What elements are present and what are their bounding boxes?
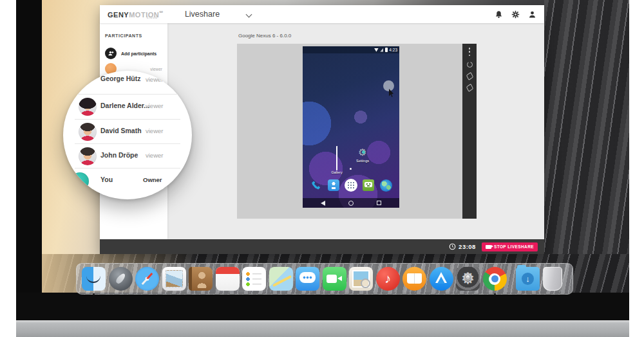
contacts-icon[interactable] (328, 179, 339, 191)
battery-icon (385, 48, 388, 52)
participant-role: Owner (143, 176, 162, 183)
participant-name: David Smath (100, 127, 142, 134)
notifications-bell-icon[interactable] (495, 10, 503, 19)
participant-name: You (100, 176, 113, 183)
participant-name: Darlene Alder... (100, 102, 149, 109)
monitor-bezel-bottom (16, 293, 629, 320)
running-indicator (494, 293, 496, 295)
genymotion-logo[interactable]: GENYMOTION∞ cloud (108, 9, 163, 19)
home-icon[interactable] (348, 201, 354, 206)
dock-calendar-icon[interactable] (216, 267, 240, 291)
avatar (79, 98, 97, 116)
running-indicator (93, 293, 95, 295)
stop-liveshare-label: STOP LIVESHARE (494, 244, 534, 249)
monitor-bezel-left (16, 0, 42, 320)
liveshare-bottom-bar: 23:08 STOP LIVESHARE (100, 239, 544, 254)
rotate-right-icon[interactable] (466, 84, 473, 92)
participants-header: PARTICIPANTS (105, 33, 142, 38)
wifi-icon (374, 48, 379, 52)
phone-icon[interactable] (310, 179, 322, 192)
home-page-indicator (350, 168, 352, 170)
gallery-app[interactable]: Gallery (328, 147, 345, 174)
android-screen[interactable]: 4:23 Gallery ⚙ Settings (303, 46, 399, 208)
avatar (79, 123, 97, 141)
macos-dock (76, 263, 573, 295)
dock-appstore-icon[interactable] (430, 267, 453, 291)
android-dock (303, 177, 399, 194)
android-nav-bar (303, 198, 399, 208)
dock-contacts-icon[interactable] (189, 267, 213, 291)
power-icon[interactable] (467, 62, 473, 68)
stop-liveshare-button[interactable]: STOP LIVESHARE (482, 242, 538, 251)
participant-row[interactable]: John Dröpe viewer (63, 144, 192, 168)
add-participants-label: Add participants (121, 51, 156, 56)
dock-downloads-icon[interactable] (516, 267, 540, 291)
dock-photos-icon[interactable] (349, 267, 373, 291)
dock-chrome-icon[interactable] (483, 267, 507, 291)
dock-itunes-icon[interactable] (376, 267, 400, 291)
dock-facetime-icon[interactable] (323, 267, 346, 291)
dock-system-preferences-icon[interactable] (456, 267, 480, 291)
participant-role: viewer (146, 152, 163, 159)
status-clock: 4:23 (389, 48, 397, 52)
dock-maps-icon[interactable] (269, 267, 293, 291)
timer-value: 23:08 (459, 243, 476, 250)
rotate-left-icon[interactable] (466, 72, 473, 80)
dock-safari-icon[interactable] (135, 267, 159, 291)
dock-trash-icon[interactable] (543, 267, 562, 291)
android-status-bar: 4:23 (303, 46, 399, 53)
settings-app[interactable]: ⚙ Settings (354, 147, 371, 163)
app-drawer-icon[interactable] (345, 179, 357, 192)
logo-cloud-label: cloud (147, 16, 158, 19)
person-add-icon (105, 48, 117, 59)
signal-icon (380, 48, 383, 52)
participants-magnifier: George Hütz viewer Darlene Alder... view… (63, 71, 192, 199)
participant-role: viewer (150, 67, 162, 71)
chevron-down-icon[interactable] (247, 12, 252, 17)
wallpaper-cliff-texture (544, 0, 629, 293)
device-toolbar (462, 44, 477, 219)
dock-messages-icon[interactable] (296, 267, 319, 291)
participant-row[interactable]: Darlene Alder... viewer (63, 95, 192, 118)
messenger-icon[interactable] (363, 179, 374, 191)
gear-icon: ⚙ (358, 147, 366, 158)
gallery-label: Gallery (328, 170, 345, 174)
dock-ibooks-icon[interactable] (402, 267, 426, 291)
device-panel: 4:23 Gallery ⚙ Settings (237, 44, 477, 219)
dock-reminders-icon[interactable] (242, 267, 266, 291)
session-timer: 23:08 (449, 243, 476, 250)
monitor-chin (16, 320, 629, 337)
app-topbar: GENYMOTION∞ cloud Liveshare (100, 5, 544, 23)
touch-indicator (383, 80, 394, 91)
participant-role: viewer (146, 127, 163, 134)
clock-icon (449, 243, 456, 250)
back-icon[interactable] (321, 201, 325, 206)
more-menu-icon[interactable] (469, 48, 471, 56)
browser-globe-icon[interactable] (380, 179, 392, 192)
logo-text-primary: GENY (108, 11, 129, 19)
device-name-label: Google Nexus 6 - 6.0.0 (238, 33, 291, 39)
participant-row[interactable]: David Smath viewer (63, 120, 192, 143)
avatar (79, 147, 97, 165)
logo-infinity-icon: ∞ (159, 9, 163, 15)
recents-icon[interactable] (377, 201, 381, 205)
gallery-icon (336, 146, 337, 170)
dock-launchpad-icon[interactable] (109, 267, 133, 291)
dock-finder-icon[interactable] (82, 267, 106, 291)
screenshot-stage: GENYMOTION∞ cloud Liveshare PARTICIPANTS (0, 0, 644, 337)
dock-mail-icon[interactable] (162, 267, 186, 291)
participant-name: George Hütz (100, 75, 140, 82)
account-person-icon[interactable] (528, 10, 536, 19)
participant-name: John Dröpe (100, 151, 138, 159)
settings-label: Settings (354, 159, 371, 163)
video-camera-icon (486, 245, 491, 249)
add-participants-button[interactable]: Add participants (105, 48, 156, 59)
settings-gear-icon[interactable] (511, 10, 520, 19)
participant-role: viewer (146, 102, 163, 109)
page-title: Liveshare (185, 10, 220, 19)
